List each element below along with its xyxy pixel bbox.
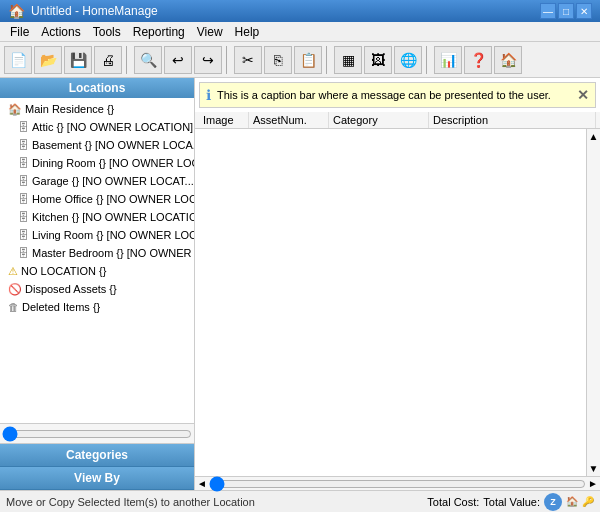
title-bar-controls: — □ ✕ <box>540 3 592 19</box>
col-header-description[interactable]: Description <box>429 112 596 128</box>
menu-reporting[interactable]: Reporting <box>127 22 191 41</box>
tree-item-dining-room[interactable]: 🗄 Dining Room {} [NO OWNER LOCA... <box>0 154 194 172</box>
right-panel: ℹ This is a caption bar where a message … <box>195 78 600 490</box>
tree-item-basement[interactable]: 🗄 Basement {} [NO OWNER LOCA... <box>0 136 194 154</box>
toolbar-save[interactable]: 💾 <box>64 46 92 74</box>
tree-item-living-room[interactable]: 🗄 Living Room {} [NO OWNER LOCAT... <box>0 226 194 244</box>
house-icon: 🏠 <box>8 103 22 116</box>
room-icon-garage: 🗄 <box>18 175 29 187</box>
caption-close-button[interactable]: ✕ <box>577 87 589 103</box>
title-bar-title: Untitled - HomeManage <box>31 4 158 18</box>
app-logo: Z <box>544 493 562 511</box>
total-cost-label: Total Cost: <box>427 496 479 508</box>
scroll-left-arrow[interactable]: ◄ <box>195 478 209 489</box>
title-bar: 🏠 Untitled - HomeManage — □ ✕ <box>0 0 600 22</box>
maximize-button[interactable]: □ <box>558 3 574 19</box>
toolbar-print[interactable]: 🖨 <box>94 46 122 74</box>
tree-item-attic[interactable]: 🗄 Attic {} [NO OWNER LOCATION] <box>0 118 194 136</box>
col-header-assetnum[interactable]: AssetNum. <box>249 112 329 128</box>
col-header-category[interactable]: Category <box>329 112 429 128</box>
right-content-row: ▲ ▼ <box>195 129 600 476</box>
title-bar-left: 🏠 Untitled - HomeManage <box>8 3 158 19</box>
table-header: Image AssetNum. Category Description <box>195 112 600 129</box>
toolbar-about[interactable]: 🏠 <box>494 46 522 74</box>
tree-item-garage[interactable]: 🗄 Garage {} [NO OWNER LOCAT... <box>0 172 194 190</box>
toolbar-web[interactable]: 🌐 <box>394 46 422 74</box>
menu-actions[interactable]: Actions <box>35 22 86 41</box>
menu-help[interactable]: Help <box>229 22 266 41</box>
categories-button[interactable]: Categories <box>0 444 194 467</box>
tree-label-garage: Garage {} [NO OWNER LOCAT... <box>32 175 194 187</box>
tree-label-living: Living Room {} [NO OWNER LOCAT... <box>32 229 194 241</box>
toolbar-copy[interactable]: ⎘ <box>264 46 292 74</box>
left-scrollbar-area <box>0 423 194 443</box>
tree-label-attic: Attic {} [NO OWNER LOCATION] <box>32 121 193 133</box>
disposed-icon: 🚫 <box>8 283 22 296</box>
toolbar-paste[interactable]: 📋 <box>294 46 322 74</box>
status-bar: Move or Copy Selected Item(s) to another… <box>0 490 600 512</box>
tree-item-main-residence[interactable]: 🏠 Main Residence {} <box>0 100 194 118</box>
toolbar-report[interactable]: 📊 <box>434 46 462 74</box>
toolbar-search[interactable]: 🔍 <box>134 46 162 74</box>
tree-label-no-location: NO LOCATION {} <box>21 265 106 277</box>
menu-tools[interactable]: Tools <box>87 22 127 41</box>
room-icon-attic: 🗄 <box>18 121 29 133</box>
col-header-image[interactable]: Image <box>199 112 249 128</box>
tree-label-deleted: Deleted Items {} <box>22 301 100 313</box>
scroll-down-arrow[interactable]: ▼ <box>589 463 599 474</box>
menu-view[interactable]: View <box>191 22 229 41</box>
menu-bar: File Actions Tools Reporting View Help <box>0 22 600 42</box>
tree-item-disposed[interactable]: 🚫 Disposed Assets {} <box>0 280 194 298</box>
tree-item-kitchen[interactable]: 🗄 Kitchen {} [NO OWNER LOCATION] <box>0 208 194 226</box>
toolbar-photo[interactable]: 🖼 <box>364 46 392 74</box>
toolbar-barcode[interactable]: ▦ <box>334 46 362 74</box>
tree-label-disposed: Disposed Assets {} <box>25 283 117 295</box>
main-content: Locations 🏠 Main Residence {} 🗄 Attic {}… <box>0 78 600 490</box>
toolbar-sep-4 <box>426 46 430 74</box>
tree-label-office: Home Office {} [NO OWNER LOCAT... <box>32 193 194 205</box>
deleted-icon: 🗑 <box>8 301 19 313</box>
toolbar-open[interactable]: 📂 <box>34 46 62 74</box>
scroll-up-arrow[interactable]: ▲ <box>589 131 599 142</box>
room-icon-dining: 🗄 <box>18 157 29 169</box>
toolbar-sep-3 <box>326 46 330 74</box>
tree-label-dining: Dining Room {} [NO OWNER LOCA... <box>32 157 194 169</box>
status-icon-1: 🏠 <box>566 496 578 507</box>
tree-item-master-bedroom[interactable]: 🗄 Master Bedroom {} [NO OWNER LO... <box>0 244 194 262</box>
toolbar-cut[interactable]: ✂ <box>234 46 262 74</box>
left-panel: Locations 🏠 Main Residence {} 🗄 Attic {}… <box>0 78 195 490</box>
menu-file[interactable]: File <box>4 22 35 41</box>
toolbar-new[interactable]: 📄 <box>4 46 32 74</box>
tree-item-no-location[interactable]: ⚠ NO LOCATION {} <box>0 262 194 280</box>
room-icon-kitchen: 🗄 <box>18 211 29 223</box>
room-icon-basement: 🗄 <box>18 139 29 151</box>
tree-item-deleted[interactable]: 🗑 Deleted Items {} <box>0 298 194 316</box>
scroll-right-arrow[interactable]: ► <box>586 478 600 489</box>
right-horizontal-scrollbar[interactable] <box>209 478 586 490</box>
caption-message: This is a caption bar where a message ca… <box>217 89 551 101</box>
close-button[interactable]: ✕ <box>576 3 592 19</box>
toolbar-undo[interactable]: ↩ <box>164 46 192 74</box>
status-icon-2: 🔑 <box>582 496 594 507</box>
toolbar-help[interactable]: ❓ <box>464 46 492 74</box>
left-horizontal-scrollbar[interactable] <box>2 428 192 440</box>
locations-header: Locations <box>0 78 194 98</box>
view-by-button[interactable]: View By <box>0 467 194 490</box>
total-value-label: Total Value: <box>483 496 540 508</box>
table-content[interactable] <box>195 129 586 476</box>
toolbar: 📄 📂 💾 🖨 🔍 ↩ ↪ ✂ ⎘ 📋 ▦ 🖼 🌐 📊 ❓ 🏠 <box>0 42 600 78</box>
tree-label-basement: Basement {} [NO OWNER LOCA... <box>32 139 194 151</box>
status-message: Move or Copy Selected Item(s) to another… <box>6 496 255 508</box>
caption-bar: ℹ This is a caption bar where a message … <box>199 82 596 108</box>
right-hscroll-area: ◄ ► <box>195 476 600 490</box>
left-bottom-panel: Categories View By <box>0 443 194 490</box>
locations-tree[interactable]: 🏠 Main Residence {} 🗄 Attic {} [NO OWNER… <box>0 98 194 423</box>
right-vertical-scrollbar[interactable]: ▲ ▼ <box>586 129 600 476</box>
minimize-button[interactable]: — <box>540 3 556 19</box>
tree-item-home-office[interactable]: 🗄 Home Office {} [NO OWNER LOCAT... <box>0 190 194 208</box>
toolbar-redo[interactable]: ↪ <box>194 46 222 74</box>
room-icon-living: 🗄 <box>18 229 29 241</box>
toolbar-sep-1 <box>126 46 130 74</box>
room-icon-bedroom: 🗄 <box>18 247 29 259</box>
status-right: Total Cost: Total Value: Z 🏠 🔑 <box>427 493 594 511</box>
